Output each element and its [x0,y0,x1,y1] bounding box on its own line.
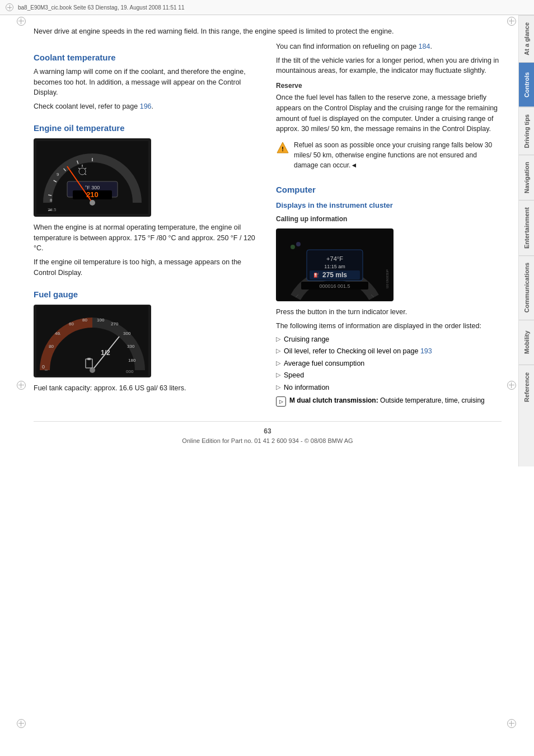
svg-point-58 [291,245,295,249]
list-text-2: Oil level, refer to Checking oil level o… [284,347,432,357]
displays-subheading: Displays in the instrument cluster [276,201,502,209]
fuel-gauge-svg: 0 20 40 60 80 100 270 300 330 180 [36,306,148,376]
engine-oil-para1: When the engine is at normal operating t… [34,222,259,254]
content-area: Never drive at engine speeds in the red … [0,15,518,466]
svg-point-59 [296,242,301,246]
caution-icon: ! [276,141,289,155]
sidebar-tab-driving-tips[interactable]: Driving tips [519,107,534,155]
info-list: ▷ Cruising range ▷ Oil level, refer to C… [276,335,502,393]
sidebar-tab-at-a-glance[interactable]: At a glance [519,15,534,62]
cluster-image: +74°F 11:15 am ⛽ 275 mls 000016 001.5 [276,228,394,301]
svg-text:300: 300 [123,331,131,336]
coolant-para1: A warning lamp will come on if the coola… [34,67,259,98]
svg-text:+74°F: +74°F [326,255,343,262]
list-text-5: No information [284,383,329,393]
crosshair-top-right [507,17,516,26]
list-text-1: Cruising range [284,335,329,345]
svg-text:⛽: ⛽ [313,272,319,278]
svg-text:275 mls: 275 mls [322,271,347,279]
svg-text:000: 000 [126,369,134,374]
coolant-para2-text: Check coolant level, refer to page [34,102,140,110]
list-item-5: ▷ No information [276,383,502,393]
footer: 63 Online Edition for Part no. 01 41 2 6… [34,421,502,450]
calling-up-subheading: Calling up information [276,215,502,223]
crosshair-bottom-right [507,719,516,728]
reserve-heading: Reserve [276,82,502,90]
main-layout: Never drive at engine speeds in the red … [0,15,534,466]
arrow-icon-3: ▷ [276,360,280,367]
sidebar-tab-navigation[interactable]: Navigation [519,155,534,200]
arrow-icon-2: ▷ [276,347,280,354]
arrow-icon-5: ▷ [276,384,280,391]
coolant-page-link[interactable]: 196 [140,102,152,110]
top-bar-crosshair [6,3,13,11]
mdct-box: M dual clutch transmission: Outside temp… [276,396,502,407]
sidebar-tab-reference[interactable]: Reference [519,365,534,409]
svg-text:78.5: 78.5 [48,207,57,212]
sidebar-tab-controls[interactable]: Controls [519,62,534,107]
crosshair-mid-right [507,381,516,390]
svg-text:0: 0 [42,364,45,370]
svg-text:40: 40 [55,331,60,336]
engine-oil-para2: If the engine oil temperature is too hig… [34,257,259,278]
sidebar-tab-mobility[interactable]: Mobility [519,320,534,365]
arrow-icon-1: ▷ [276,335,280,343]
svg-text:9: 9 [57,172,59,177]
footer-copyright: Online Edition for Part no. 01 41 2 600 … [50,437,485,444]
top-bar: ba8_E90M3_cic.book Seite 63 Dienstag, 19… [0,0,534,15]
svg-text:aff3E90M3-005: aff3E90M3-005 [386,269,389,288]
svg-line-6 [48,195,51,195]
list-item-1: ▷ Cruising range [276,335,502,345]
list-item-2: ▷ Oil level, refer to Checking oil level… [276,347,502,357]
svg-rect-43 [87,358,91,360]
crosshair-mid-left [17,381,26,390]
engine-oil-gauge-image: 8 9 °F 300 210 78.5 [34,138,151,217]
coolant-heading: Coolant temperature [34,53,259,62]
cluster-svg: +74°F 11:15 am ⛽ 275 mls 000016 001.5 [279,230,391,300]
crosshair-top-left [17,17,26,26]
refuel-page-link[interactable]: 184 [419,43,430,50]
arrow-icon-4: ▷ [276,371,280,379]
left-column: Coolant temperature A warning lamp will … [34,41,259,410]
coolant-para2: Check coolant level, refer to page 196. [34,101,259,112]
list-text-4: Speed [284,371,304,381]
two-column-layout: Coolant temperature A warning lamp will … [34,41,502,410]
sidebar-tab-communications[interactable]: Communications [519,255,534,319]
top-bar-text: ba8_E90M3_cic.book Seite 63 Dienstag, 19… [18,4,184,11]
calling-up-para2: The following items of information are d… [276,321,502,332]
list-item-4: ▷ Speed [276,371,502,381]
page-number: 63 [50,427,485,435]
svg-text:!: ! [282,146,284,152]
reserve-para1: Once the fuel level has fallen to the re… [276,92,502,134]
svg-text:11:15 am: 11:15 am [324,264,345,269]
refuel-para: You can find information on refueling on… [276,41,502,52]
intro-paragraph: Never drive at engine speeds in the red … [34,26,502,37]
crosshair-bottom-left [17,719,26,728]
calling-up-para1: Press the button in the turn indicator l… [276,307,502,318]
svg-text:°F  300: °F 300 [85,185,100,190]
sidebar-tab-entertainment[interactable]: Entertainment [519,200,534,255]
svg-text:80: 80 [82,318,87,323]
list-item-3: ▷ Average fuel consumption [276,359,502,369]
engine-oil-heading: Engine oil temperature [34,123,259,133]
fuel-gauge-heading: Fuel gauge [34,290,259,299]
fuel-gauge-image: 0 20 40 60 80 100 270 300 330 180 [34,305,151,377]
page-wrapper: ba8_E90M3_cic.book Seite 63 Dienstag, 19… [0,0,534,756]
svg-text:000016  001.5: 000016 001.5 [319,283,350,289]
svg-text:330: 330 [127,344,135,349]
svg-point-18 [90,200,95,206]
mdct-text: M dual clutch transmission: Outside temp… [289,396,485,405]
svg-text:8: 8 [50,198,53,203]
tilt-para: If the tilt of the vehicle varies for a … [276,55,502,77]
caution-box: ! Refuel as soon as possible once your c… [276,140,502,174]
oil-page-link[interactable]: 193 [420,347,432,355]
caution-text: Refuel as soon as possible once your cru… [294,140,502,170]
list-text-3: Average fuel consumption [284,359,364,369]
fuel-gauge-para1: Fuel tank capacity: approx. 16.6 US gal/… [34,383,259,394]
svg-text:180: 180 [128,358,136,363]
svg-text:100: 100 [97,318,105,323]
svg-text:60: 60 [69,321,74,326]
computer-heading: Computer [276,185,502,194]
right-column: You can find information on refueling on… [276,41,502,410]
svg-text:1/2: 1/2 [101,349,110,357]
